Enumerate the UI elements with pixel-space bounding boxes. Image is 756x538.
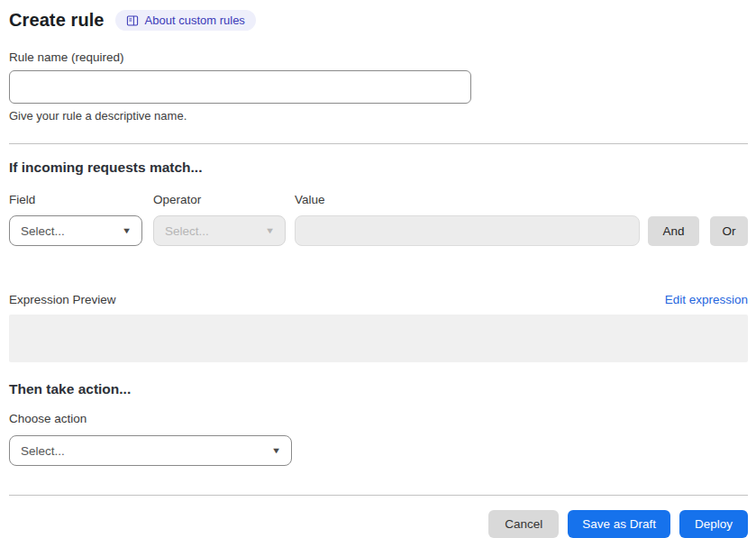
about-custom-rules-label: About custom rules (145, 14, 245, 27)
rule-name-helper-text: Give your rule a descriptive name. (9, 109, 748, 123)
value-column-label: Value (295, 193, 748, 206)
operator-select-value: Select... (165, 224, 209, 238)
chevron-down-icon: ▼ (122, 226, 132, 235)
match-column-labels: Field Operator Value (9, 193, 748, 206)
match-section-heading: If incoming requests match... (9, 160, 748, 176)
choose-action-select[interactable]: Select... ▼ (9, 435, 292, 466)
action-section-heading: Then take action... (9, 381, 748, 397)
page-title: Create rule (9, 10, 105, 31)
footer-actions: Cancel Save as Draft Deploy (9, 510, 748, 538)
cancel-button[interactable]: Cancel (488, 510, 559, 538)
edit-expression-link[interactable]: Edit expression (665, 293, 748, 306)
create-rule-page: Create rule About custom rules Rule name… (0, 0, 756, 538)
rule-name-label: Rule name (required) (9, 50, 748, 64)
rule-name-input[interactable] (9, 70, 471, 104)
expression-preview-row: Expression Preview Edit expression (9, 293, 748, 306)
section-divider-bottom (9, 495, 748, 496)
chevron-down-icon: ▼ (265, 226, 275, 235)
choose-action-label: Choose action (9, 412, 748, 425)
section-divider-top (9, 143, 748, 144)
expression-preview-box (9, 315, 748, 362)
operator-column-label: Operator (153, 193, 295, 206)
about-custom-rules-link[interactable]: About custom rules (115, 10, 256, 31)
deploy-button[interactable]: Deploy (679, 510, 748, 538)
field-column-label: Field (9, 193, 153, 206)
chevron-down-icon: ▼ (271, 446, 281, 455)
or-button[interactable]: Or (710, 216, 748, 246)
field-select-value: Select... (21, 224, 65, 238)
page-header: Create rule About custom rules (9, 10, 748, 31)
save-as-draft-button[interactable]: Save as Draft (568, 510, 670, 538)
operator-select: Select... ▼ (153, 215, 286, 246)
value-input (295, 215, 640, 246)
match-controls-row: Select... ▼ Select... ▼ And Or (9, 215, 748, 246)
choose-action-select-value: Select... (21, 444, 65, 458)
expression-preview-label: Expression Preview (9, 293, 116, 306)
and-button[interactable]: And (648, 216, 699, 246)
field-select[interactable]: Select... ▼ (9, 215, 142, 246)
book-icon (126, 14, 139, 27)
